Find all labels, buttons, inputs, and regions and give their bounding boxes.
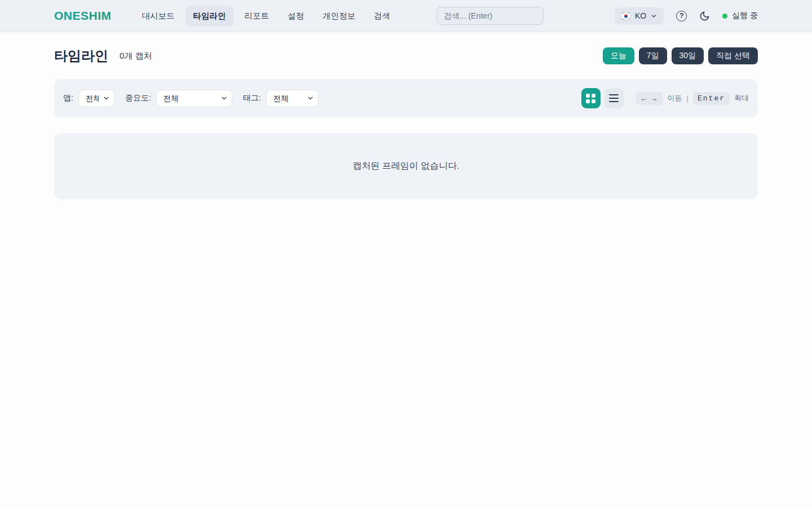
- tag-filter-wrap: 전체: [266, 90, 319, 107]
- language-code: KO: [635, 11, 646, 20]
- range-button-custom[interactable]: 직접 선택: [708, 47, 758, 64]
- chevron-down-icon: [650, 12, 657, 20]
- moon-icon: [699, 11, 710, 21]
- date-range-buttons: 오늘 7일 30일 직접 선택: [603, 47, 758, 64]
- zoom-hint-label: 확대: [734, 93, 749, 103]
- range-button-7days[interactable]: 7일: [639, 47, 667, 64]
- importance-filter-select[interactable]: 전체: [156, 90, 232, 107]
- grid-view-button[interactable]: [581, 88, 601, 108]
- importance-filter-label: 중요도:: [125, 93, 151, 103]
- page-title: 타임라인: [54, 47, 108, 65]
- importance-filter-group: 중요도: 전체: [125, 90, 232, 107]
- filter-bar: 앱: 전체 중요도: 전체 태그:: [54, 79, 758, 117]
- help-icon: ?: [676, 11, 687, 21]
- dark-mode-toggle[interactable]: [699, 11, 710, 21]
- app-filter-label: 앱:: [63, 93, 73, 103]
- nav-item-search[interactable]: 검색: [366, 6, 398, 27]
- nav-item-reports[interactable]: 리포트: [237, 6, 277, 27]
- nav-item-settings[interactable]: 설정: [280, 6, 312, 27]
- importance-filter-wrap: 전체: [156, 90, 232, 107]
- capture-count: 0개 캡처: [120, 51, 152, 62]
- app-filter-wrap: 전체: [78, 90, 114, 107]
- language-selector[interactable]: KO: [615, 7, 664, 24]
- top-navigation: ONESHIM 대시보드 타임라인 리포트 설정 개인정보 검색 KO: [0, 0, 812, 32]
- help-button[interactable]: ?: [676, 11, 687, 21]
- arrow-keys-kbd: ← →: [636, 92, 663, 105]
- search-input[interactable]: [436, 7, 544, 25]
- empty-state-message: 캡처된 프레임이 없습니다.: [352, 160, 459, 172]
- tag-filter-select[interactable]: 전체: [266, 90, 319, 107]
- list-icon: [609, 94, 619, 103]
- range-button-30days[interactable]: 30일: [672, 47, 704, 64]
- list-view-button[interactable]: [604, 88, 624, 108]
- hint-divider: |: [687, 94, 689, 103]
- range-button-today[interactable]: 오늘: [603, 47, 634, 64]
- run-status: 실행 중: [722, 11, 758, 21]
- korea-flag-icon: [621, 12, 631, 20]
- nav-item-privacy[interactable]: 개인정보: [315, 6, 363, 27]
- status-label: 실행 중: [732, 11, 758, 21]
- nav-right-cluster: KO ? 실행 중: [615, 7, 758, 24]
- empty-state-panel: 캡처된 프레임이 없습니다.: [54, 133, 758, 199]
- move-hint-label: 이동: [668, 93, 682, 103]
- tag-filter-label: 태그:: [243, 93, 261, 103]
- nav-item-timeline[interactable]: 타임라인: [186, 6, 234, 27]
- nav-item-dashboard[interactable]: 대시보드: [134, 6, 183, 27]
- main-content: 타임라인 0개 캡처 오늘 7일 30일 직접 선택 앱: 전체 중요도:: [0, 43, 812, 199]
- main-nav: 대시보드 타임라인 리포트 설정 개인정보 검색: [134, 6, 399, 27]
- page-header: 타임라인 0개 캡처 오늘 7일 30일 직접 선택: [54, 43, 758, 68]
- brand-logo[interactable]: ONESHIM: [54, 9, 112, 23]
- app-filter-select[interactable]: 전체: [78, 90, 114, 107]
- status-dot-icon: [722, 14, 727, 19]
- app-filter-group: 앱: 전체: [63, 90, 114, 107]
- keyboard-hints: ← → 이동 | Enter 확대: [636, 92, 749, 105]
- filter-right-cluster: ← → 이동 | Enter 확대: [581, 88, 749, 108]
- enter-key-kbd: Enter: [693, 92, 730, 105]
- tag-filter-group: 태그: 전체: [243, 90, 319, 107]
- grid-icon: [586, 94, 595, 103]
